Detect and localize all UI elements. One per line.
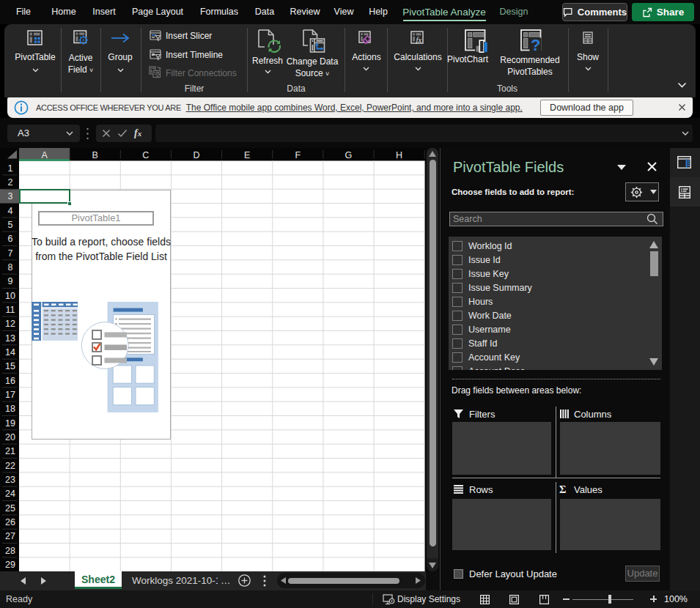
svg-text:H: H	[396, 150, 402, 160]
svg-text:E: E	[244, 150, 250, 160]
svg-text:4: 4	[8, 206, 13, 216]
svg-text:15: 15	[5, 361, 15, 371]
svg-text:C: C	[142, 150, 149, 160]
svg-text:1: 1	[8, 163, 13, 174]
svg-text:22: 22	[5, 461, 15, 471]
svg-text:19: 19	[5, 418, 15, 429]
svg-text:D: D	[194, 150, 200, 160]
svg-text:2: 2	[8, 177, 13, 188]
svg-text:A: A	[41, 150, 48, 160]
svg-text:7: 7	[8, 248, 13, 259]
svg-text:21: 21	[5, 446, 15, 456]
svg-text:25: 25	[5, 503, 15, 514]
svg-text:5: 5	[8, 220, 13, 230]
svg-text:18: 18	[5, 404, 15, 414]
svg-text:13: 13	[5, 333, 15, 344]
svg-text:28: 28	[5, 546, 15, 556]
svg-text:9: 9	[8, 276, 13, 286]
svg-text:27: 27	[5, 531, 15, 541]
svg-text:24: 24	[5, 489, 15, 499]
svg-text:F: F	[295, 150, 301, 160]
svg-text:20: 20	[5, 432, 15, 442]
svg-text:11: 11	[6, 305, 15, 315]
svg-text:3: 3	[8, 191, 13, 201]
svg-text:29: 29	[5, 560, 15, 570]
svg-text:12: 12	[5, 319, 15, 329]
svg-text:23: 23	[5, 475, 15, 485]
svg-text:26: 26	[5, 517, 15, 527]
svg-text:fx: fx	[416, 36, 422, 44]
svg-text:17: 17	[5, 390, 15, 400]
svg-text:B: B	[92, 150, 98, 160]
svg-text:G: G	[345, 150, 353, 160]
svg-text:16: 16	[5, 376, 15, 386]
svg-text:8: 8	[8, 262, 13, 273]
svg-text:?: ?	[531, 36, 540, 53]
svg-text:14: 14	[5, 347, 15, 357]
svg-text:6: 6	[8, 234, 13, 244]
svg-text:10: 10	[5, 291, 15, 301]
